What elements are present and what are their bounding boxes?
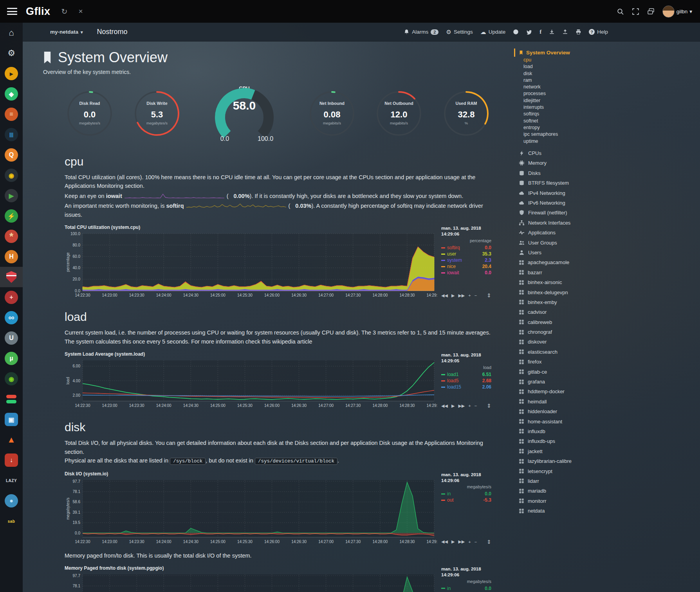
legend-series-load5[interactable]: load52.68 [441,378,491,384]
gauge-disk-read[interactable]: Disk Read0.0megabytes/s [65,88,115,139]
legend-series-softirq[interactable]: softirq0.0 [441,245,491,251]
legend-series-iowait[interactable]: iowait0.0 [441,270,491,276]
nav-app-chronograf[interactable]: chronograf [519,327,691,337]
legend-series-out[interactable]: out-5.3 [441,497,491,503]
load-chart-area[interactable]: 14:22:3014:23:0014:23:3014:24:0014:24:30… [65,358,437,409]
sidebar-app-hydra-icon[interactable]: H [0,247,23,267]
gauge-net-outbound[interactable]: Net Outbound12.0megabits/s [374,88,424,139]
sidebar-app-shield-active-icon[interactable] [0,267,23,287]
gauge-used-ram[interactable]: Used RAM32.8% [441,88,491,139]
nav-menu-network-interfaces[interactable]: Network Interfaces [519,218,691,228]
help-button[interactable]: ?Help [589,29,608,35]
sidebar-app-gitlab-icon[interactable]: ▲ [0,430,23,450]
chart-play-button[interactable]: ▶ [451,403,455,408]
chart-rewind-button[interactable]: ◀◀ [441,403,448,408]
nav-app-mariadb[interactable]: mariadb [519,486,691,496]
gauge-disk-write[interactable]: Disk Write5.3megabytes/s [132,88,182,139]
nav-menu-firewall-netfilter-[interactable]: Firewall (netfilter) [519,208,691,218]
legend-series-load1[interactable]: load16.51 [441,371,491,378]
nav-app-grafana[interactable]: grafana [519,377,691,387]
close-icon[interactable]: × [78,7,83,16]
sidebar-app-orange-stack-icon[interactable]: ≡ [0,104,23,124]
alarms-button[interactable]: Alarms2 [404,29,438,35]
chart-zoom-in-button[interactable]: + [468,293,471,298]
nav-app-hiddenloader[interactable]: hiddenloader [519,407,691,416]
nav-menu-disks[interactable]: Disks [519,168,691,178]
nav-app-lazylibrarian-calibre[interactable]: lazylibrarian-calibre [519,456,691,466]
nav-item-softirqs[interactable]: softirqs [519,111,691,117]
upload-snapshot-button[interactable] [562,29,568,35]
chart-zoom-out-button[interactable]: − [474,540,477,544]
chart-fast-forward-button[interactable]: ▶▶ [458,293,465,298]
sidebar-app-heimdall-icon[interactable]: ▣ [0,409,23,430]
nav-item-ram[interactable]: ram [519,77,691,84]
nav-menu-users[interactable]: Users [519,248,691,257]
server-dropdown[interactable]: my-netdata▾ [50,29,83,35]
settings-button[interactable]: ⚙Settings [446,29,473,35]
update-button[interactable]: ☁Update [480,29,506,35]
nav-app-heimdall[interactable]: heimdall [519,397,691,407]
sidebar-settings-icon[interactable]: ⚙ [0,43,23,63]
legend-series-user[interactable]: user35.3 [441,251,491,257]
sidebar-app-grey-u-icon[interactable]: U [0,328,23,348]
pgpgio-chart-area[interactable]: 14:22:3014:23:0014:23:3014:24:0014:24:30… [65,572,437,592]
section-heading-disk[interactable]: disk [65,421,491,434]
nav-app-cadvisor[interactable]: cadvisor [519,307,691,317]
gauge-cpu[interactable]: CPU58.00.0100.0% [199,84,290,143]
nav-item-network[interactable]: network [519,84,691,90]
section-heading-load[interactable]: load [65,310,491,324]
softirq-sparkline[interactable] [186,203,286,209]
sidebar-app-green-media-icon[interactable]: ◆ [0,84,23,104]
nav-item-uptime[interactable]: uptime [519,138,691,145]
legend-series-system[interactable]: system2.3 [441,257,491,263]
nav-item-disk[interactable]: disk [519,70,691,77]
chart-zoom-out-button[interactable]: − [474,403,477,408]
user-menu[interactable]: gilbn ▾ [662,5,692,18]
windows-icon[interactable] [647,8,655,15]
nav-app-binhex-airsonic[interactable]: binhex-airsonic [519,277,691,287]
sidebar-app-sabnzbd-icon[interactable]: sab [0,511,23,531]
facebook-icon[interactable]: f [539,29,541,35]
nav-menu-cpus[interactable]: CPUs [519,148,691,158]
nav-app-influxdb[interactable]: influxdb [519,426,691,436]
section-heading-cpu[interactable]: cpu [65,155,491,168]
chart-resize-handle[interactable]: ⇕ [487,292,491,299]
disk-chart-area[interactable]: 14:22:3014:23:0014:23:3014:24:0014:24:30… [65,478,437,545]
gauge-net-inbound[interactable]: Net Inbound0.08megabits/s [307,88,357,139]
sidebar-app-radarr-icon[interactable]: ◉ [0,165,23,185]
nav-system-overview[interactable]: System Overview [514,49,691,57]
chart-resize-handle[interactable]: ⇕ [487,403,491,409]
nav-app-apacheguacamole[interactable]: apacheguacamole [519,257,691,267]
nav-menu-applications[interactable]: Applications [519,228,691,238]
chart-rewind-button[interactable]: ◀◀ [441,539,448,544]
refresh-icon[interactable]: ↻ [61,7,68,16]
nav-item-processes[interactable]: processes [519,90,691,97]
hostname[interactable]: Nostromo [97,28,128,36]
nav-app-influxdb-ups[interactable]: influxdb-ups [519,436,691,446]
fullscreen-icon[interactable] [632,8,639,15]
download-snapshot-button[interactable] [549,29,555,35]
nav-item-entropy[interactable]: entropy [519,124,691,131]
nav-menu-user-groups[interactable]: User Groups [519,238,691,247]
twitter-icon[interactable] [526,29,532,35]
chart-play-button[interactable]: ▶ [451,293,455,298]
sidebar-app-deluge-icon[interactable]: ◉ [0,369,23,389]
nav-app-binhex-delugevpn[interactable]: binhex-delugevpn [519,287,691,297]
sidebar-app-emby-icon[interactable]: ▶ [0,185,23,206]
chart-fast-forward-button[interactable]: ▶▶ [458,403,465,408]
nav-app-netdata[interactable]: netdata [519,506,691,516]
chart-zoom-in-button[interactable]: + [468,540,471,544]
sidebar-app-nextcloud-icon[interactable]: oo [0,308,23,328]
nav-menu-ipv6-networking[interactable]: IPv6 Networking [519,198,691,208]
github-icon[interactable] [513,29,519,35]
nav-app-letsencrypt[interactable]: letsencrypt [519,466,691,476]
sidebar-app-downloader-icon[interactable]: ↓ [0,450,23,470]
sidebar-home-icon[interactable]: ⌂ [0,23,23,43]
nav-app-monitorr[interactable]: monitorr [519,496,691,506]
nav-app-elasticsearch[interactable]: elasticsearch [519,347,691,357]
menu-icon[interactable] [7,8,17,15]
print-button[interactable] [576,29,581,35]
sidebar-app-bolt-icon[interactable]: ⚡ [0,206,23,226]
legend-series-in[interactable]: in0.0 [441,491,491,497]
sidebar-app-lazylibrarian-icon[interactable]: LAZY [0,470,23,491]
